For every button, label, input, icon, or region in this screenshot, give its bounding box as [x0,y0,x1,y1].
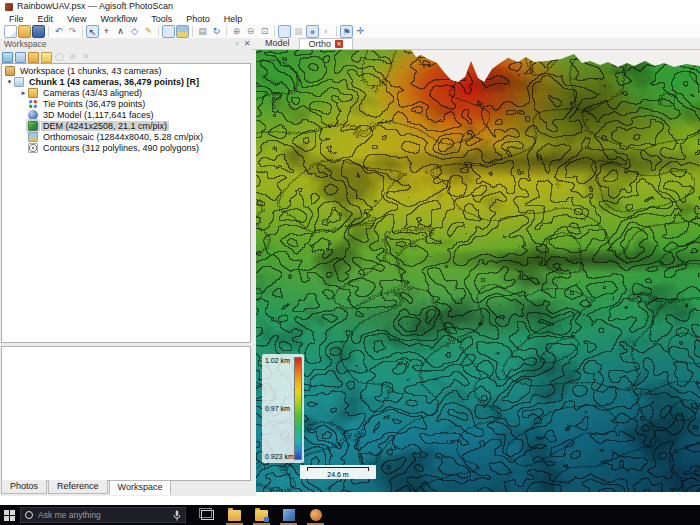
draw-polygon-icon[interactable]: ◇ [128,25,141,38]
chunk-icon [14,77,24,87]
remove-item-icon[interactable]: ✕ [80,52,91,63]
scale-bar-label: 24.6 m [300,471,376,479]
panel-float-icon[interactable]: ▫ [232,38,242,50]
show-shaded-icon[interactable]: ◐ [320,25,333,38]
tab-model-label: Model [265,38,290,49]
add-chunk-icon[interactable] [2,52,13,63]
folder-window-icon[interactable] [248,505,275,525]
cameras-icon [28,88,38,98]
menu-tools[interactable]: Tools [144,14,179,24]
task-view-icon[interactable] [194,505,221,525]
cortana-icon [25,511,33,519]
viewport-tab-bar: Model Ortho ✕ [252,38,700,50]
menu-photo[interactable]: Photo [179,14,217,24]
dem-icon [28,121,38,131]
zoom-out-icon[interactable]: ⊖ [244,25,257,38]
tree-item-cameras[interactable]: ► Cameras (43/43 aligned) [2,87,250,98]
app-window-icon[interactable] [275,505,302,525]
selection-tool-icon[interactable]: ↖ [86,25,99,38]
workspace-panel-title: Workspace [0,39,232,49]
open-project-icon[interactable] [18,25,31,38]
add-folder-icon[interactable] [28,52,39,63]
print-icon[interactable]: ▤ [196,25,209,38]
add-marker-icon[interactable] [41,52,52,63]
enable-item-icon[interactable]: ◯ [54,52,65,63]
photoscan-app-icon[interactable] [302,505,329,525]
tab-reference[interactable]: Reference [48,480,108,494]
tab-workspace[interactable]: Workspace [109,480,172,495]
tree-expand-arrow[interactable]: ▼ [5,79,14,85]
elevation-legend-labels: 1.02 km 0.97 km 0.923 km [265,357,294,460]
tree-item-dem[interactable]: DEM (4241x2508, 21.1 cm/pix) [2,120,250,131]
toolbar-separator [272,25,277,38]
new-document-icon[interactable] [4,25,17,38]
tree-item-label: Chunk 1 (43 cameras, 36,479 points) [R] [27,77,201,87]
model-icon [28,110,38,120]
title-bar: RainbowUAV.psx — Agisoft PhotoScan [0,0,700,13]
tab-photos[interactable]: Photos [1,480,47,494]
search-placeholder: Ask me anything [33,510,173,520]
microphone-icon[interactable] [173,510,181,521]
windows-taskbar: Ask me anything [0,505,700,525]
show-model-icon[interactable]: ● [306,25,319,38]
add-point-icon[interactable]: + [100,25,113,38]
tab-ortho[interactable]: Ortho ✕ [299,38,354,49]
show-images-icon[interactable] [278,25,291,38]
disable-item-icon[interactable]: ⊘ [67,52,78,63]
tree-item-label: Tie Points (36,479 points) [41,99,147,109]
zoom-in-icon[interactable]: ⊕ [230,25,243,38]
workspace-tree: Workspace (1 chunks, 43 cameras) ▼ Chunk… [1,63,251,343]
tab-model[interactable]: Model [256,38,299,49]
tree-item-label: Contours (312 polylines, 490 polygons) [41,143,201,153]
tree-item-workspace[interactable]: Workspace (1 chunks, 43 cameras) [2,65,250,76]
tree-expand-arrow[interactable]: ► [19,90,28,96]
dem-orthophoto[interactable] [256,50,700,492]
undo-icon[interactable]: ↶ [52,25,65,38]
start-button[interactable] [4,510,15,521]
panel-close-icon[interactable]: ✕ [242,38,252,50]
tab-ortho-label: Ortho [309,39,332,50]
menu-workflow[interactable]: Workflow [93,14,144,24]
main-toolbar: ↶↷↖+∧◇✎▤↻⊕⊖⊡▦●◐⚑✛ [0,24,700,38]
legend-mid-label: 0.97 km [265,405,294,412]
draw-polyline-icon[interactable]: ✎ [142,25,155,38]
orthomosaic-icon [28,132,38,142]
tree-item-label: Cameras (43/43 aligned) [41,88,144,98]
show-markers-icon[interactable]: ⚑ [340,25,353,38]
save-project-icon[interactable] [32,25,45,38]
menu-file[interactable]: File [2,14,31,24]
menu-view[interactable]: View [60,14,93,24]
reset-view-icon[interactable]: ⊡ [258,25,271,38]
tree-item-label: 3D Model (1,117,641 faces) [41,110,155,120]
tree-item-label: Workspace (1 chunks, 43 cameras) [18,66,163,76]
tree-item-contours[interactable]: Contours (312 polylines, 490 polygons) [2,142,250,153]
redo-icon[interactable]: ↷ [66,25,79,38]
toolbar-separator [46,25,51,38]
show-grid-icon[interactable]: ▦ [292,25,305,38]
add-photos-icon[interactable] [15,52,26,63]
toolbar-separator [190,25,195,38]
contours-icon [28,143,38,153]
tree-item-orthomosaic[interactable]: Orthomosaic (12844x8040, 5.28 cm/pix) [2,131,250,142]
tree-item-tiepoints[interactable]: Tie Points (36,479 points) [2,98,250,109]
search-input[interactable]: Ask me anything [20,507,186,523]
workspace-panel-header: Workspace ▫ ✕ [0,38,252,50]
navigation-mode-icon[interactable]: ✛ [354,25,367,38]
tab-close-icon[interactable]: ✕ [335,40,343,48]
ortho-viewport[interactable]: 1.02 km 0.97 km 0.923 km 24.6 m [256,50,700,492]
menu-help[interactable]: Help [217,14,250,24]
toolbar-separator [156,25,161,38]
workspace-toolbar: ◯⊘✕ [2,51,93,63]
tree-item-label: DEM (4241x2508, 21.1 cm/pix) [41,121,169,131]
tree-item-3dmodel[interactable]: 3D Model (1,117,641 faces) [2,109,250,120]
ruler-tool-icon[interactable]: ∧ [114,25,127,38]
tree-item-chunk[interactable]: ▼ Chunk 1 (43 cameras, 36,479 points) [R… [2,76,250,87]
tie-points-icon [28,99,38,109]
update-view-icon[interactable]: ↻ [210,25,223,38]
menu-edit[interactable]: Edit [31,14,61,24]
file-explorer-icon[interactable] [221,505,248,525]
show-photos-icon[interactable] [176,25,189,38]
elevation-legend: 1.02 km 0.97 km 0.923 km [262,354,304,463]
rectangle-selection-icon[interactable] [162,25,175,38]
legend-min-label: 0.923 km [265,453,294,460]
